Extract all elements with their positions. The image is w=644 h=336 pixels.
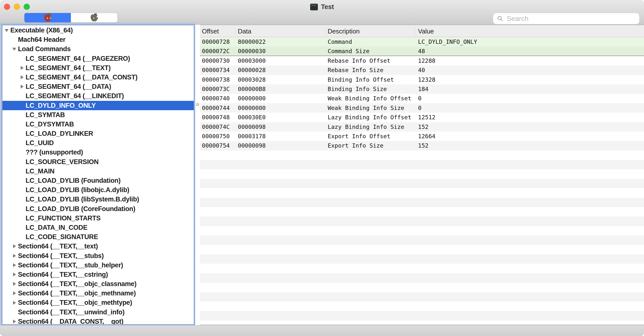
tree-item[interactable]: LC_LOAD_DYLINKER [2,129,194,138]
sidebar-tree[interactable]: Executable (X86_64) Mach64 Header Load C… [2,25,194,325]
disclosure-triangle-icon[interactable] [19,225,26,231]
tree-item[interactable]: Load Commands [2,44,194,54]
table-row[interactable] [200,198,644,207]
tree-item[interactable]: LC_LOAD_DYLIB (CoreFoundation) [2,204,194,214]
tree-item[interactable]: Section64 (__DATA_CONST,__got) [2,317,194,325]
tree-item[interactable]: LC_MAIN [2,167,194,176]
table-row[interactable] [200,160,644,169]
table-row[interactable] [200,321,644,325]
disclosure-triangle-icon[interactable] [19,112,26,118]
table-row[interactable] [200,273,644,283]
disclosure-triangle-icon[interactable] [19,150,26,155]
search-field[interactable] [493,13,640,24]
disclosure-triangle-icon[interactable] [12,262,18,268]
table-row[interactable] [200,188,644,198]
disclosure-triangle-icon[interactable] [19,159,26,165]
tree-item[interactable]: LC_LOAD_DYLIB (libSystem.B.dylib) [2,195,194,204]
disclosure-triangle-icon[interactable] [19,74,26,80]
disclosure-triangle-icon[interactable] [19,93,26,99]
tree-item[interactable]: Section64 (__TEXT,__text) [2,242,194,251]
table-row[interactable] [200,245,644,254]
table-row[interactable] [200,302,644,311]
tree-item[interactable]: LC_UUID [2,138,194,148]
table-row[interactable] [200,254,644,264]
table-row[interactable] [200,226,644,235]
tree-item[interactable]: Section64 (__TEXT,__objc_methname) [2,289,194,298]
disclosure-triangle-icon[interactable] [19,206,26,212]
tree-item[interactable]: LC_DYSYMTAB [2,120,194,129]
column-header-description[interactable]: Description [328,25,360,37]
disclosure-triangle-icon[interactable] [19,168,26,174]
table-row[interactable] [200,283,644,292]
disclosure-triangle-icon[interactable] [12,319,18,325]
table-row[interactable]: 0000074C 00000098 Lazy Binding Info Size… [200,122,644,132]
tree-item[interactable]: Section64 (__TEXT,__objc_classname) [2,279,194,289]
disclosure-triangle-icon[interactable] [19,234,26,240]
tree-item[interactable]: Executable (X86_64) [2,25,194,35]
table-row[interactable]: 0000072C 00000030 Command Size 48 [200,46,644,56]
table-row[interactable] [200,264,644,273]
tree-item[interactable]: ??? (unsupported) [2,148,194,157]
tree-item[interactable]: LC_LOAD_DYLIB (Foundation) [2,176,194,185]
search-input[interactable] [507,15,636,23]
tree-item[interactable]: LC_DYLD_INFO_ONLY [2,101,194,110]
tree-item[interactable]: LC_SEGMENT_64 (__DATA) [2,82,194,91]
column-divider[interactable] [415,27,415,35]
disclosure-triangle-icon[interactable] [12,46,18,52]
disclosure-triangle-icon[interactable] [19,196,26,202]
disclosure-triangle-icon[interactable] [19,103,26,108]
tree-item[interactable]: LC_SEGMENT_64 (__PAGEZERO) [2,54,194,63]
table-row[interactable]: 00000748 000030E0 Lazy Binding Info Offs… [200,113,644,122]
disclosure-triangle-icon[interactable] [19,56,26,61]
table-row[interactable]: 00000750 00003178 Export Info Offset 126… [200,132,644,141]
tree-item[interactable]: LC_DATA_IN_CODE [2,223,194,232]
table-row[interactable] [200,216,644,226]
segment-alt-view-button[interactable] [71,13,118,22]
column-divider[interactable] [235,27,236,35]
table-row[interactable]: 00000728 80000022 Command LC_DYLD_INFO_O… [200,37,644,46]
table-row[interactable]: 00000744 00000000 Weak Binding Info Size… [200,103,644,113]
pane-splitter[interactable] [195,24,200,325]
table-row[interactable] [200,235,644,245]
table-row[interactable]: 00000730 00003000 Rebase Info Offset 122… [200,56,644,65]
disclosure-triangle-icon[interactable] [12,290,18,296]
tree-item[interactable]: Section64 (__TEXT,__objc_methtype) [2,298,194,307]
disclosure-triangle-icon[interactable] [19,140,26,146]
disclosure-triangle-icon[interactable] [12,243,18,249]
column-header-data[interactable]: Data [238,25,251,37]
table-row[interactable]: 00000754 00000098 Export Info Size 152 [200,141,644,150]
disclosure-triangle-icon[interactable] [19,215,26,221]
disclosure-triangle-icon[interactable] [19,187,26,193]
tree-item[interactable]: LC_FUNCTION_STARTS [2,214,194,223]
table-row[interactable] [200,169,644,179]
table-row[interactable] [200,151,644,160]
disclosure-triangle-icon[interactable] [12,272,18,278]
column-divider[interactable] [325,27,326,35]
tree-item[interactable]: LC_SOURCE_VERSION [2,157,194,167]
disclosure-triangle-icon[interactable] [19,65,26,71]
traffic-light-close-button[interactable] [4,4,10,10]
table-row[interactable]: 00000740 00000000 Weak Binding Info Offs… [200,94,644,103]
tree-item[interactable]: Section64 (__TEXT,__cstring) [2,270,194,279]
tree-item[interactable]: Section64 (__TEXT,__unwind_info) [2,308,194,317]
table-row[interactable]: 0000073C 000000B8 Binding Info Size 184 [200,84,644,94]
disclosure-triangle-icon[interactable] [19,121,26,127]
tree-item[interactable]: LC_CODE_SIGNATURE [2,232,194,242]
tree-item[interactable]: LC_SEGMENT_64 (__TEXT) [2,63,194,72]
disclosure-triangle-icon[interactable] [12,37,18,42]
table-row[interactable] [200,179,644,188]
table-row[interactable] [200,207,644,216]
disclosure-triangle-icon[interactable] [12,300,18,306]
tree-item[interactable]: Section64 (__TEXT,__stubs) [2,251,194,261]
table-row[interactable]: 00000734 00000028 Rebase Info Size 40 [200,65,644,75]
tree-item[interactable]: Section64 (__TEXT,__stub_helper) [2,261,194,270]
tree-item[interactable]: LC_SEGMENT_64 (__DATA_CONST) [2,72,194,82]
table-row[interactable] [200,311,644,320]
disclosure-triangle-icon[interactable] [19,131,26,136]
disclosure-triangle-icon[interactable] [4,27,10,33]
tree-item[interactable]: Mach64 Header [2,35,194,44]
traffic-light-minimize-button[interactable] [14,4,20,10]
table-row[interactable] [200,292,644,302]
segment-raw-view-button[interactable] [24,13,71,22]
tree-item[interactable]: LC_LOAD_DYLIB (libobjc.A.dylib) [2,185,194,195]
